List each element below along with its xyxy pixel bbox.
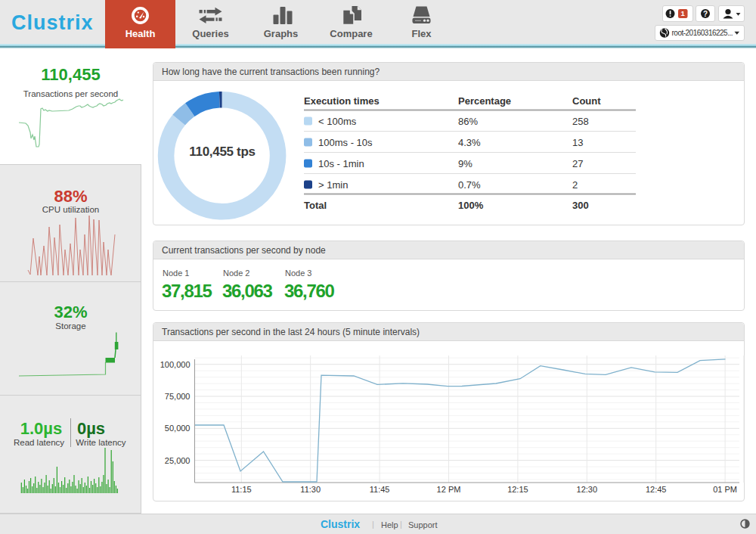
svg-text:root-20160316225...: root-20160316225... <box>672 29 733 37</box>
svg-text:1: 1 <box>681 9 686 17</box>
svg-text:?: ? <box>703 10 708 18</box>
